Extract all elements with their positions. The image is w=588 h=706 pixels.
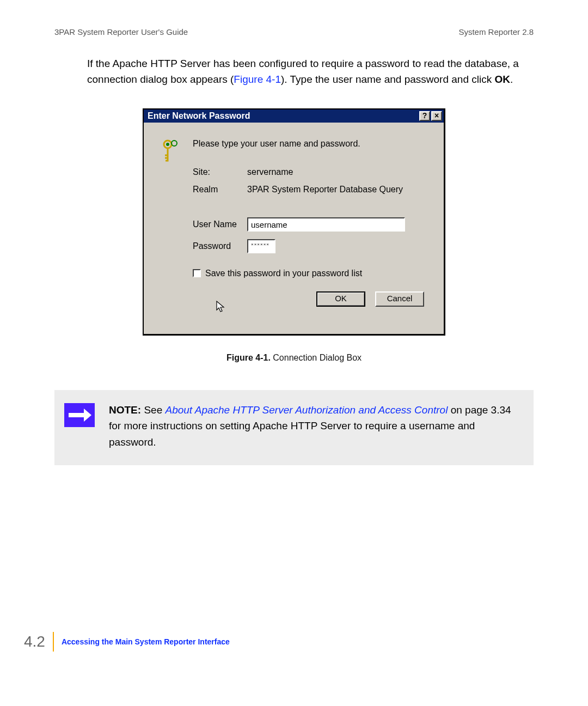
site-value: servername	[247, 167, 424, 177]
realm-value: 3PAR System Reporter Database Query	[247, 185, 424, 194]
svg-point-2	[171, 141, 177, 146]
dialog-title: Enter Network Password	[148, 111, 418, 121]
ok-button[interactable]: OK	[316, 291, 365, 307]
note-lead: NOTE:	[109, 404, 141, 416]
password-label: Password	[193, 241, 247, 251]
site-label: Site:	[193, 167, 247, 177]
close-button[interactable]: ×	[431, 111, 442, 121]
figure-caption-label: Figure 4-1.	[226, 353, 271, 362]
footer-separator	[53, 632, 54, 652]
intro-paragraph: If the Apache HTTP Server has been confi…	[87, 56, 534, 88]
figure-caption-text: Connection Dialog Box	[271, 353, 362, 362]
dialog-titlebar: Enter Network Password ? ×	[144, 109, 444, 123]
note-link[interactable]: About Apache HTTP Server Authorization a…	[165, 404, 448, 416]
note-box: NOTE: See About Apache HTTP Server Autho…	[54, 390, 534, 465]
help-button[interactable]: ?	[419, 111, 430, 121]
username-label: User Name	[193, 220, 247, 229]
page-header: 3PAR System Reporter User's Guide System…	[54, 27, 534, 36]
header-left: 3PAR System Reporter User's Guide	[54, 27, 188, 36]
dialog-prompt: Please type your user name and password.	[193, 139, 424, 149]
keys-icon	[160, 155, 182, 165]
ok-bold-text: OK	[495, 74, 511, 85]
header-right: System Reporter 2.8	[458, 27, 534, 36]
intro-text-2: ). Type the user name and password and c…	[281, 74, 495, 85]
footer-section-title: Accessing the Main System Reporter Inter…	[62, 637, 230, 646]
realm-label: Realm	[193, 185, 247, 194]
note-see: See	[141, 404, 165, 416]
figure-caption: Figure 4-1. Connection Dialog Box	[143, 353, 445, 363]
svg-point-1	[166, 143, 169, 146]
figure-reference-link[interactable]: Figure 4-1	[234, 74, 281, 85]
intro-text-3: .	[510, 74, 513, 85]
username-input[interactable]: username	[247, 217, 405, 232]
note-text: NOTE: See About Apache HTTP Server Autho…	[109, 402, 519, 450]
cancel-button[interactable]: Cancel	[375, 291, 424, 307]
save-password-label: Save this password in your password list	[205, 269, 362, 278]
note-arrow-icon	[64, 419, 95, 429]
password-input[interactable]: ××××××	[247, 239, 275, 253]
save-password-checkbox[interactable]	[193, 269, 201, 277]
page-number: 4.2	[24, 633, 53, 650]
password-dialog: Enter Network Password ? ×	[143, 108, 445, 336]
page-footer: 4.2 Accessing the Main System Reporter I…	[24, 632, 230, 652]
cursor-icon	[216, 306, 226, 315]
